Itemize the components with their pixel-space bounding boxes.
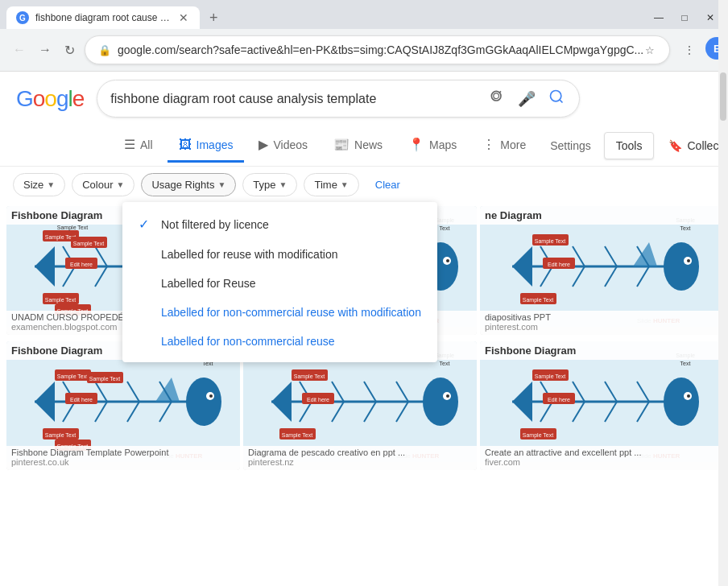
- tab-close-button[interactable]: ✕: [177, 11, 190, 24]
- image-caption-5: Diagrama de pescado creativo en ppt ... …: [243, 446, 477, 470]
- google-header: Google 🎤: [0, 72, 728, 126]
- google-search-button[interactable]: [547, 87, 566, 110]
- image-caption-6: Create an attractive and excellent ppt .…: [480, 446, 722, 470]
- svg-marker-68: [633, 242, 657, 266]
- svg-text:Sample Text: Sample Text: [89, 376, 120, 382]
- dropdown-item-not-filtered[interactable]: ✓ Not filtered by licence: [122, 208, 437, 240]
- svg-point-89: [186, 378, 221, 426]
- scrollbar-thumb[interactable]: [720, 72, 726, 121]
- image-caption-4: Fishbone Diagram Template Powerpoint pin…: [6, 446, 240, 470]
- maximize-button[interactable]: □: [673, 6, 696, 29]
- svg-marker-88: [35, 382, 55, 422]
- browser-window: G fishbone diagram root cause ana... ✕ +…: [0, 0, 728, 473]
- image-item-3[interactable]: ne Diagram Sampl: [480, 206, 722, 335]
- search-input[interactable]: [110, 92, 487, 106]
- svg-text:Edit here: Edit here: [70, 262, 93, 267]
- address-bar[interactable]: 🔒 google.com/search?safe=active&hl=en-PK…: [85, 35, 670, 64]
- news-icon: 📰: [333, 137, 350, 152]
- collection-button[interactable]: 🔖 Collection: [657, 133, 728, 159]
- svg-text:Text: Text: [440, 361, 450, 366]
- svg-line-126: [364, 402, 376, 422]
- forward-button[interactable]: →: [35, 37, 55, 63]
- svg-line-145: [605, 382, 617, 402]
- svg-text:G: G: [19, 14, 26, 23]
- active-tab[interactable]: G fishbone diagram root cause ana... ✕: [6, 6, 200, 29]
- image-item-6[interactable]: Fishbone Diagram Sample Tex: [480, 341, 722, 470]
- svg-point-2: [492, 91, 502, 101]
- image-search-button[interactable]: [487, 87, 507, 110]
- extensions-button[interactable]: ⋮: [676, 37, 702, 63]
- svg-point-5: [551, 91, 561, 101]
- usage-rights-arrow-icon: ▼: [217, 180, 225, 189]
- svg-line-95: [127, 382, 139, 402]
- image-title-3: ne Diagram: [480, 206, 722, 225]
- svg-marker-64: [512, 246, 532, 287]
- dropdown-item-reuse-modification[interactable]: Labelled for reuse with modification: [122, 240, 437, 269]
- colour-filter[interactable]: Colour ▼: [72, 173, 134, 196]
- tools-button[interactable]: Tools: [604, 132, 655, 159]
- tab-all[interactable]: ☰ All: [113, 129, 164, 163]
- more-dots-icon: ⋮: [482, 137, 495, 152]
- svg-line-97: [63, 402, 75, 422]
- voice-search-button[interactable]: 🎤: [516, 89, 537, 109]
- svg-point-142: [687, 394, 690, 398]
- lock-icon: 🔒: [98, 44, 111, 56]
- svg-text:Edit here: Edit here: [307, 397, 329, 402]
- all-icon: ☰: [124, 137, 135, 152]
- usage-rights-filter[interactable]: Usage Rights ▼: [141, 173, 236, 196]
- svg-text:Sample Text: Sample Text: [45, 297, 76, 303]
- filter-bar: Size ▼ Colour ▼ Usage Rights ▼ Type ▼ Ti…: [0, 167, 728, 203]
- tab-news[interactable]: 📰 News: [322, 129, 394, 163]
- tab-videos[interactable]: ▶ Videos: [247, 129, 319, 163]
- tab-title: fishbone diagram root cause ana...: [35, 12, 171, 23]
- svg-text:Sample Text: Sample Text: [282, 432, 312, 439]
- size-filter[interactable]: Size ▼: [13, 173, 65, 196]
- svg-line-73: [540, 266, 552, 287]
- svg-marker-139: [512, 382, 532, 422]
- time-filter[interactable]: Time ▼: [304, 173, 358, 196]
- window-controls: — □ ✕: [647, 6, 722, 29]
- svg-text:Text: Text: [440, 225, 450, 231]
- svg-line-147: [540, 402, 552, 422]
- svg-text:Sample Text: Sample Text: [294, 373, 325, 380]
- type-filter[interactable]: Type ▼: [242, 173, 297, 196]
- logo-o1: o: [33, 86, 45, 111]
- logo-e: e: [72, 86, 85, 111]
- minimize-button[interactable]: —: [647, 6, 670, 29]
- image-title-6: Fishbone Diagram: [480, 341, 722, 360]
- check-icon: ✓: [139, 217, 155, 232]
- usage-rights-dropdown: ✓ Not filtered by licence Labelled for r…: [122, 202, 437, 362]
- svg-text:Text: Text: [680, 361, 691, 366]
- svg-text:Sample Text: Sample Text: [57, 225, 88, 231]
- svg-line-122: [364, 382, 376, 402]
- svg-text:Edit here: Edit here: [548, 397, 570, 402]
- svg-line-71: [605, 246, 617, 266]
- tab-images[interactable]: 🖼 Images: [168, 130, 245, 163]
- clear-button[interactable]: Clear: [366, 174, 410, 196]
- svg-line-146: [637, 382, 649, 402]
- logo-g2: g: [56, 86, 68, 111]
- tab-favicon: G: [16, 11, 29, 24]
- svg-line-148: [573, 402, 585, 422]
- type-arrow-icon: ▼: [279, 180, 287, 189]
- refresh-button[interactable]: ↻: [61, 37, 78, 63]
- tab-maps[interactable]: 📍 Maps: [397, 129, 468, 163]
- settings-button[interactable]: Settings: [540, 133, 601, 159]
- url-text: google.com/search?safe=active&hl=en-PK&t…: [118, 43, 643, 56]
- svg-line-125: [332, 402, 344, 422]
- back-button[interactable]: ←: [10, 37, 29, 63]
- new-tab-button[interactable]: +: [203, 6, 225, 30]
- svg-point-67: [687, 259, 690, 262]
- scrollbar[interactable]: [718, 0, 728, 473]
- dropdown-item-noncommercial[interactable]: Labelled for non-commercial reuse: [122, 327, 437, 356]
- time-arrow-icon: ▼: [341, 180, 349, 189]
- bookmark-button[interactable]: ☆: [643, 43, 656, 58]
- search-icons: 🎤: [487, 87, 566, 110]
- colour-arrow-icon: ▼: [117, 180, 125, 189]
- svg-line-98: [95, 402, 107, 422]
- svg-point-91: [209, 394, 213, 398]
- dropdown-item-reuse[interactable]: Labelled for Reuse: [122, 269, 437, 298]
- dropdown-item-noncommercial-modification[interactable]: Labelled for non-commercial reuse with m…: [122, 298, 437, 327]
- search-bar[interactable]: 🎤: [97, 80, 580, 118]
- tab-more[interactable]: ⋮ More: [471, 129, 537, 163]
